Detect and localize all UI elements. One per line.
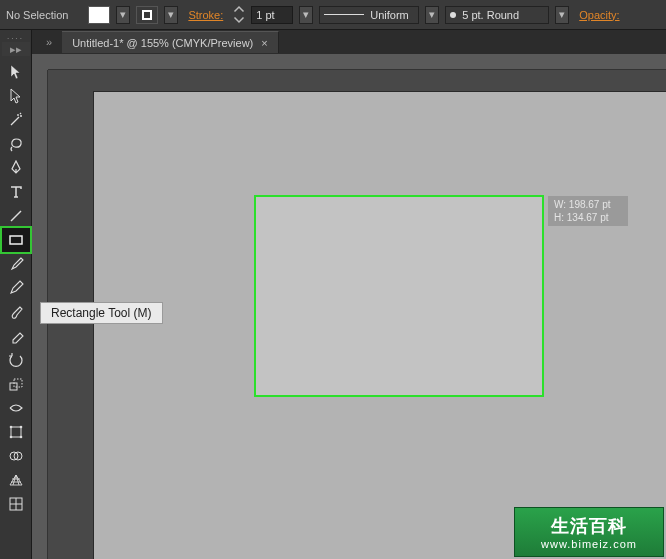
transform-icon xyxy=(8,424,24,440)
rectangle-icon xyxy=(8,232,24,248)
type-tool[interactable] xyxy=(2,180,30,204)
tools-panel: ···· ▸▸ xyxy=(0,30,32,559)
blob-brush-tool[interactable] xyxy=(2,300,30,324)
direct-selection-tool[interactable] xyxy=(2,84,30,108)
width-icon xyxy=(8,400,24,416)
line-icon xyxy=(8,208,24,224)
tools-panel-menu[interactable]: ▸▸ xyxy=(2,42,30,56)
rectangle-tool[interactable] xyxy=(2,228,30,252)
free-transform-tool[interactable] xyxy=(2,420,30,444)
svg-rect-0 xyxy=(10,236,22,244)
brush-icon xyxy=(8,256,24,272)
stroke-label[interactable]: Stroke: xyxy=(184,9,227,21)
pencil-tool[interactable] xyxy=(2,276,30,300)
shape-builder-icon xyxy=(8,448,24,464)
artboard[interactable]: W: 198.67 pt H: 134.67 pt xyxy=(94,92,666,559)
tab-overflow-icon[interactable]: » xyxy=(46,36,62,48)
scale-tool[interactable] xyxy=(2,372,30,396)
stroke-swatch[interactable] xyxy=(136,6,158,24)
document-tab-title: Untitled-1* @ 155% (CMYK/Preview) xyxy=(72,37,253,49)
perspective-grid-tool[interactable] xyxy=(2,468,30,492)
stroke-stepper[interactable] xyxy=(233,6,245,24)
pen-tool[interactable] xyxy=(2,156,30,180)
svg-point-7 xyxy=(19,436,22,439)
blob-icon xyxy=(8,304,24,320)
fill-dropdown[interactable]: ▾ xyxy=(116,6,130,24)
paintbrush-tool[interactable] xyxy=(2,252,30,276)
rotate-tool[interactable] xyxy=(2,348,30,372)
brush-definition[interactable]: 5 pt. Round xyxy=(445,6,549,24)
brush-dropdown[interactable]: ▾ xyxy=(555,6,569,24)
pen-icon xyxy=(8,160,24,176)
drawn-rectangle[interactable] xyxy=(254,195,544,397)
wand-icon xyxy=(8,112,24,128)
type-icon xyxy=(8,184,24,200)
dimension-tooltip: W: 198.67 pt H: 134.67 pt xyxy=(548,196,628,226)
brush-label: 5 pt. Round xyxy=(462,9,519,21)
svg-point-4 xyxy=(9,426,12,429)
magic-wand-tool[interactable] xyxy=(2,108,30,132)
control-bar: No Selection ▾ ▾ Stroke: 1 pt ▾ Uniform … xyxy=(0,0,666,30)
uniform-line-icon xyxy=(324,14,364,15)
shape-builder-tool[interactable] xyxy=(2,444,30,468)
white-cursor-icon xyxy=(8,88,24,104)
rotate-icon xyxy=(8,352,24,368)
svg-point-5 xyxy=(19,426,22,429)
profile-label: Uniform xyxy=(370,9,409,21)
profile-dropdown[interactable]: ▾ xyxy=(425,6,439,24)
stroke-weight-input[interactable]: 1 pt xyxy=(251,6,293,24)
svg-point-6 xyxy=(9,436,12,439)
selection-status: No Selection xyxy=(6,9,82,21)
cursor-icon xyxy=(8,64,24,80)
opacity-label[interactable]: Opacity: xyxy=(575,9,623,21)
panel-grip[interactable]: ···· xyxy=(6,34,26,42)
width-tool[interactable] xyxy=(2,396,30,420)
lasso-tool[interactable] xyxy=(2,132,30,156)
watermark-title: 生活百科 xyxy=(551,514,627,538)
mesh-icon xyxy=(8,496,24,512)
lasso-icon xyxy=(8,136,24,152)
tool-tooltip: Rectangle Tool (M) xyxy=(40,302,163,324)
ruler-origin[interactable] xyxy=(32,54,48,70)
document-tab[interactable]: Untitled-1* @ 155% (CMYK/Preview) × xyxy=(62,31,279,53)
watermark-url: www.bimeiz.com xyxy=(541,538,637,550)
pencil-icon xyxy=(8,280,24,296)
line-segment-tool[interactable] xyxy=(2,204,30,228)
scale-icon xyxy=(8,376,24,392)
eraser-icon xyxy=(8,328,24,344)
stroke-weight-dropdown[interactable]: ▾ xyxy=(299,6,313,24)
selection-tool[interactable] xyxy=(2,60,30,84)
close-icon[interactable]: × xyxy=(261,37,267,49)
mesh-tool[interactable] xyxy=(2,492,30,516)
stroke-dropdown[interactable]: ▾ xyxy=(164,6,178,24)
horizontal-ruler[interactable] xyxy=(48,54,666,70)
watermark: 生活百科 www.bimeiz.com xyxy=(514,507,664,557)
eraser-tool[interactable] xyxy=(2,324,30,348)
variable-width-profile[interactable]: Uniform xyxy=(319,6,419,24)
svg-rect-3 xyxy=(11,427,21,437)
perspective-icon xyxy=(8,472,24,488)
brush-dot-icon xyxy=(450,12,456,18)
document-tab-strip: » Untitled-1* @ 155% (CMYK/Preview) × xyxy=(32,30,666,54)
fill-swatch[interactable] xyxy=(88,6,110,24)
